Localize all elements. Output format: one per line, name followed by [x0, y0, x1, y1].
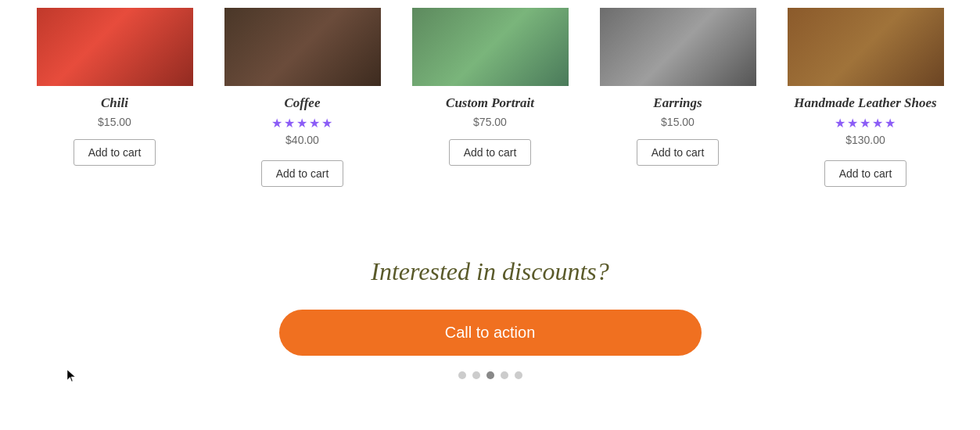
- product-name: Earrings: [653, 95, 702, 111]
- product-name: Custom Portrait: [446, 95, 534, 111]
- pagination-dot-3[interactable]: [501, 371, 508, 379]
- product-stars: ★★★★★: [835, 116, 897, 131]
- pagination-dots: [458, 371, 522, 379]
- add-to-cart-button-chili[interactable]: Add to cart: [74, 139, 156, 166]
- product-card-custom-portrait: Custom Portrait$75.00Add to cart: [397, 0, 584, 181]
- add-to-cart-button-handmade-leather-shoes[interactable]: Add to cart: [824, 160, 907, 187]
- product-stars: ★★★★★: [271, 116, 334, 131]
- add-to-cart-button-coffee[interactable]: Add to cart: [261, 160, 344, 187]
- cta-button[interactable]: Call to action: [279, 310, 702, 356]
- product-image-custom-portrait: [412, 8, 569, 86]
- discount-heading: Interested in discounts?: [371, 257, 609, 286]
- product-image-chili: [37, 8, 193, 86]
- product-image-earrings: [600, 8, 756, 86]
- add-to-cart-button-earrings[interactable]: Add to cart: [637, 139, 720, 166]
- product-price: $15.00: [98, 116, 131, 128]
- product-price: $15.00: [661, 116, 695, 128]
- pagination-dot-1[interactable]: [472, 371, 480, 379]
- product-original-price: $40.00: [285, 134, 319, 146]
- product-image-handmade-leather-shoes: [788, 8, 944, 86]
- product-name: Handmade Leather Shoes: [794, 95, 936, 111]
- pagination-dot-0[interactable]: [458, 371, 466, 379]
- product-image-coffee: [224, 8, 381, 86]
- product-card-chili: Chili$15.00Add to cart: [21, 0, 209, 181]
- product-original-price: $130.00: [845, 134, 885, 146]
- product-name: Chili: [101, 95, 128, 111]
- product-price: $75.00: [473, 116, 507, 128]
- product-card-coffee: Coffee★★★★★$40.00Add to cart: [209, 0, 397, 202]
- pagination-dot-2[interactable]: [486, 371, 494, 379]
- add-to-cart-button-custom-portrait[interactable]: Add to cart: [449, 139, 532, 166]
- products-row: Chili$15.00Add to cartCoffee★★★★★$40.00A…: [0, 0, 980, 234]
- product-name: Coffee: [285, 95, 321, 111]
- pagination-dot-4[interactable]: [515, 371, 522, 379]
- product-card-handmade-leather-shoes: Handmade Leather Shoes★★★★★$130.00Add to…: [772, 0, 960, 202]
- product-card-earrings: Earrings$15.00Add to cart: [584, 0, 772, 181]
- discount-section: Interested in discounts? Call to action: [0, 234, 980, 403]
